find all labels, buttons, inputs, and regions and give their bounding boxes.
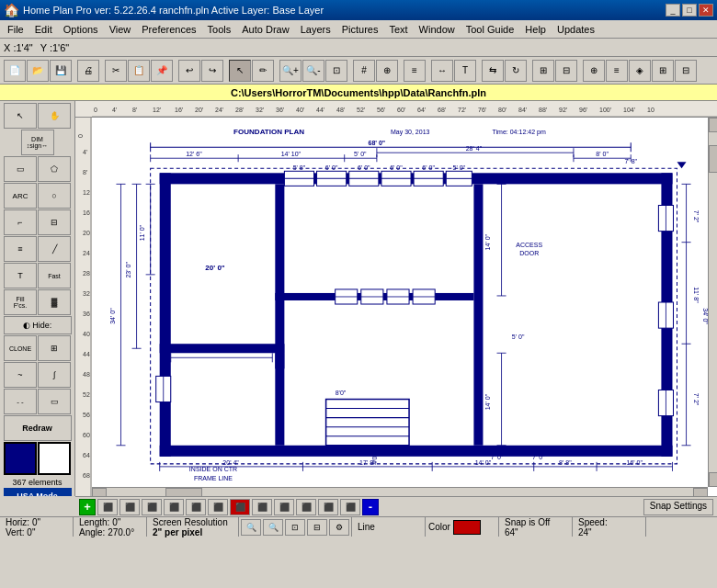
svg-text:56: 56 [83,412,90,418]
maximize-button[interactable]: □ [682,4,697,17]
zoom-in-bottom-button[interactable]: + [79,499,96,515]
svg-text:64': 64' [417,107,426,113]
menu-edit[interactable]: Edit [29,20,58,38]
rotate-button[interactable]: ↻ [505,60,527,82]
draw-tool-button[interactable]: ✏ [252,60,274,82]
bottom-icon-6[interactable]: ⬛ [208,499,228,515]
background-color[interactable] [38,442,71,475]
scrollbar-bottom[interactable] [92,487,708,496]
text-tool-button[interactable]: T [454,60,476,82]
ungroup-button[interactable]: ⊟ [555,60,577,82]
dimension-button[interactable]: ↔ [431,60,453,82]
minimize-button[interactable]: _ [666,4,680,17]
arc-tool[interactable]: ARC [4,183,37,209]
dim-tool[interactable]: DIM↕sign↔ [21,130,54,155]
door-tool[interactable]: ⌐ [4,209,37,235]
menu-text[interactable]: Text [383,20,413,38]
bottom-icon-3[interactable]: ⬛ [142,499,162,515]
zoom-fit-button[interactable]: ⊡ [325,60,347,82]
box-tool[interactable]: ▭ [38,389,71,414]
bottom-icon-4[interactable]: ⬛ [164,499,184,515]
menu-view[interactable]: View [104,20,137,38]
menu-toolguide[interactable]: Tool Guide [461,20,520,38]
hatch-tool[interactable]: ▓ [38,289,71,315]
menu-help[interactable]: Help [519,20,552,38]
bottom-icon-8[interactable]: ⬛ [252,499,272,515]
bottom-icon-7[interactable]: ⬛ [230,499,250,515]
extra-tool5[interactable]: ⊟ [675,60,697,82]
bottom-icon-5[interactable]: ⬛ [186,499,206,515]
menu-tools[interactable]: Tools [202,20,237,38]
canvas-area[interactable]: 0 4' 8' 12' 16' 20' 24' 28' 32' 36' 40' … [75,101,717,496]
open-button[interactable]: 📂 [27,60,49,82]
zoom-out-bottom-button[interactable]: - [362,499,379,515]
fasttext-tool[interactable]: Fast [38,263,71,288]
copy-button[interactable]: 📋 [128,60,150,82]
freehand-tool[interactable]: ~ [4,362,37,388]
symbol-tool[interactable]: ⊞ [38,335,71,361]
dash-tool[interactable]: - - [4,389,37,414]
menu-file[interactable]: File [2,20,29,38]
zoom-status-btn1[interactable]: 🔍 [241,519,261,536]
bottom-icon-12[interactable]: ⬛ [340,499,360,515]
save-button[interactable]: 💾 [50,60,72,82]
redraw-button[interactable]: Redraw [4,415,72,441]
extra-tool4[interactable]: ⊞ [652,60,674,82]
snap-settings-button[interactable]: Snap Settings [643,499,713,515]
zoom-status-btn4[interactable]: ⊟ [307,519,327,536]
drawing-canvas[interactable]: FOUNDATION PLAN May 30, 2013 Time: 04:12… [92,118,708,487]
extra-tool2[interactable]: ≡ [606,60,628,82]
speed-label: Speed: [578,517,608,527]
menu-pictures[interactable]: Pictures [336,20,384,38]
stair-tool[interactable]: ≡ [4,236,37,262]
zoom-in-button[interactable]: 🔍+ [279,60,302,82]
circle-tool[interactable]: ○ [38,183,71,209]
close-button[interactable]: ✕ [699,4,713,17]
clone-tool[interactable]: CLONE [4,335,37,361]
menu-options[interactable]: Options [58,20,104,38]
color-swatch[interactable] [453,520,481,535]
bottom-icon-10[interactable]: ⬛ [296,499,316,515]
pan-tool[interactable]: ✋ [38,103,71,129]
extra-tool1[interactable]: ⊕ [583,60,605,82]
cut-button[interactable]: ✂ [105,60,127,82]
extra-tool3[interactable]: ◈ [629,60,651,82]
select-tool-button[interactable]: ↖ [229,60,251,82]
zoom-status-btn2[interactable]: 🔍 [263,519,283,536]
zoom-out-button[interactable]: 🔍- [302,60,324,82]
undo-button[interactable]: ↩ [178,60,200,82]
bottom-icon-2[interactable]: ⬛ [120,499,140,515]
new-button[interactable]: 📄 [4,60,26,82]
grid-button[interactable]: # [353,60,375,82]
layer-button[interactable]: ≡ [404,60,426,82]
hide-button[interactable]: ◐ Hide: [4,316,72,334]
window-tool[interactable]: ⊟ [38,209,71,235]
bottom-icon-11[interactable]: ⬛ [318,499,338,515]
menu-window[interactable]: Window [414,20,461,38]
menu-updates[interactable]: Updates [552,20,600,38]
line-tool[interactable]: ╱ [38,236,71,262]
select-tool[interactable]: ↖ [4,103,37,129]
svg-text:6' 0": 6' 0" [325,164,338,171]
bottom-icon-9[interactable]: ⬛ [274,499,294,515]
fill-tool[interactable]: FillF'cs. [4,289,37,315]
menu-preferences[interactable]: Preferences [136,20,201,38]
snap-button[interactable]: ⊕ [376,60,398,82]
print-button[interactable]: 🖨 [77,60,99,82]
polygon-tool[interactable]: ⬠ [38,156,71,182]
paste-button[interactable]: 📌 [151,60,173,82]
group-button[interactable]: ⊞ [532,60,554,82]
redo-button[interactable]: ↪ [201,60,223,82]
curve-tool[interactable]: ∫ [38,362,71,388]
bottom-icon-1[interactable]: ⬛ [97,499,118,515]
zoom-status-btn3[interactable]: ⊡ [285,519,305,536]
text-tool[interactable]: T [4,263,37,288]
menu-layers[interactable]: Layers [295,20,336,38]
scrollbar-right[interactable] [708,118,717,487]
menu-autodraw[interactable]: Auto Draw [236,20,294,38]
foreground-color[interactable] [4,442,37,475]
mirror-button[interactable]: ⇆ [482,60,504,82]
rect-tool[interactable]: ▭ [4,156,37,182]
zoom-status-btn5[interactable]: ⚙ [329,519,349,536]
usa-mode-button[interactable]: USA Mode [4,488,72,496]
